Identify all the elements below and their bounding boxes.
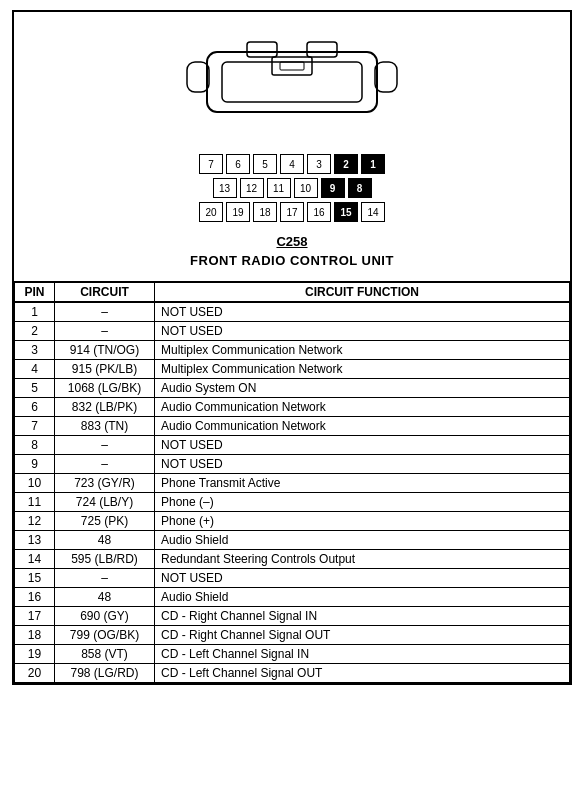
cell-pin: 19 (15, 645, 55, 664)
cell-circuit: – (55, 436, 155, 455)
cell-circuit: 914 (TN/OG) (55, 341, 155, 360)
cell-function: Audio Communication Network (155, 398, 570, 417)
table-row: 6832 (LB/PK)Audio Communication Network (15, 398, 570, 417)
pin-box-14: 14 (361, 202, 385, 222)
cell-circuit: – (55, 455, 155, 474)
table-row: 14595 (LB/RD)Redundant Steering Controls… (15, 550, 570, 569)
table-row: 1–NOT USED (15, 302, 570, 322)
cell-function: CD - Right Channel Signal IN (155, 607, 570, 626)
pin-rows-container: 7654321131211109820191817161514 (199, 154, 385, 222)
cell-circuit: 725 (PK) (55, 512, 155, 531)
cell-function: NOT USED (155, 322, 570, 341)
connector-name: C258 (276, 234, 307, 249)
pin-box-5: 5 (253, 154, 277, 174)
cell-circuit: 595 (LB/RD) (55, 550, 155, 569)
pin-box-8: 8 (348, 178, 372, 198)
svg-rect-0 (207, 52, 377, 112)
table-row: 17690 (GY)CD - Right Channel Signal IN (15, 607, 570, 626)
cell-function: CD - Right Channel Signal OUT (155, 626, 570, 645)
cell-pin: 17 (15, 607, 55, 626)
pin-row-row1: 7654321 (199, 154, 385, 174)
svg-rect-7 (375, 62, 397, 92)
table-row: 2–NOT USED (15, 322, 570, 341)
table-body: 1–NOT USED2–NOT USED3914 (TN/OG)Multiple… (15, 302, 570, 683)
cell-function: NOT USED (155, 569, 570, 588)
cell-function: Audio Communication Network (155, 417, 570, 436)
cell-pin: 6 (15, 398, 55, 417)
main-container: 7654321131211109820191817161514 C258 FRO… (12, 10, 572, 685)
pin-box-11: 11 (267, 178, 291, 198)
cell-circuit: 48 (55, 531, 155, 550)
cell-function: NOT USED (155, 436, 570, 455)
svg-rect-1 (222, 62, 362, 102)
cell-pin: 13 (15, 531, 55, 550)
cell-circuit: 799 (OG/BK) (55, 626, 155, 645)
cell-function: Audio System ON (155, 379, 570, 398)
svg-rect-4 (272, 57, 312, 75)
cell-pin: 1 (15, 302, 55, 322)
table-row: 15–NOT USED (15, 569, 570, 588)
table-row: 18799 (OG/BK)CD - Right Channel Signal O… (15, 626, 570, 645)
cell-circuit: 724 (LB/Y) (55, 493, 155, 512)
cell-pin: 12 (15, 512, 55, 531)
connector-graphic (177, 32, 407, 122)
cell-pin: 15 (15, 569, 55, 588)
cell-pin: 8 (15, 436, 55, 455)
connector-subtitle: FRONT RADIO CONTROL UNIT (190, 253, 394, 268)
cell-circuit: 1068 (LG/BK) (55, 379, 155, 398)
cell-function: CD - Left Channel Signal IN (155, 645, 570, 664)
pin-box-17: 17 (280, 202, 304, 222)
pin-box-15: 15 (334, 202, 358, 222)
pin-row-row3: 20191817161514 (199, 202, 385, 222)
col-header-pin: PIN (15, 282, 55, 302)
pin-box-18: 18 (253, 202, 277, 222)
table-row: 12725 (PK)Phone (+) (15, 512, 570, 531)
pin-table: PIN CIRCUIT CIRCUIT FUNCTION 1–NOT USED2… (14, 281, 570, 683)
cell-circuit: 690 (GY) (55, 607, 155, 626)
cell-pin: 5 (15, 379, 55, 398)
cell-pin: 18 (15, 626, 55, 645)
pin-box-9: 9 (321, 178, 345, 198)
table-row: 10723 (GY/R)Phone Transmit Active (15, 474, 570, 493)
cell-function: Phone Transmit Active (155, 474, 570, 493)
cell-circuit: 723 (GY/R) (55, 474, 155, 493)
table-row: 7883 (TN)Audio Communication Network (15, 417, 570, 436)
cell-pin: 16 (15, 588, 55, 607)
pin-box-1: 1 (361, 154, 385, 174)
pin-box-2: 2 (334, 154, 358, 174)
svg-rect-2 (247, 42, 277, 57)
cell-pin: 9 (15, 455, 55, 474)
table-row: 1648Audio Shield (15, 588, 570, 607)
cell-pin: 14 (15, 550, 55, 569)
pin-box-16: 16 (307, 202, 331, 222)
pin-box-7: 7 (199, 154, 223, 174)
pin-box-13: 13 (213, 178, 237, 198)
col-header-function: CIRCUIT FUNCTION (155, 282, 570, 302)
svg-rect-6 (187, 62, 209, 92)
cell-circuit: 798 (LG/RD) (55, 664, 155, 683)
pin-box-4: 4 (280, 154, 304, 174)
table-row: 8–NOT USED (15, 436, 570, 455)
table-row: 19858 (VT)CD - Left Channel Signal IN (15, 645, 570, 664)
cell-function: Audio Shield (155, 531, 570, 550)
pin-box-6: 6 (226, 154, 250, 174)
table-header-row: PIN CIRCUIT CIRCUIT FUNCTION (15, 282, 570, 302)
cell-function: CD - Left Channel Signal OUT (155, 664, 570, 683)
table-row: 51068 (LG/BK)Audio System ON (15, 379, 570, 398)
cell-circuit: 858 (VT) (55, 645, 155, 664)
table-row: 3914 (TN/OG)Multiplex Communication Netw… (15, 341, 570, 360)
cell-pin: 11 (15, 493, 55, 512)
table-row: 20798 (LG/RD)CD - Left Channel Signal OU… (15, 664, 570, 683)
cell-function: Phone (–) (155, 493, 570, 512)
svg-rect-5 (280, 62, 304, 70)
table-row: 1348Audio Shield (15, 531, 570, 550)
pin-row-row2: 1312111098 (213, 178, 372, 198)
table-row: 4915 (PK/LB)Multiplex Communication Netw… (15, 360, 570, 379)
cell-pin: 3 (15, 341, 55, 360)
pin-box-12: 12 (240, 178, 264, 198)
cell-function: NOT USED (155, 455, 570, 474)
cell-pin: 7 (15, 417, 55, 436)
cell-circuit: 915 (PK/LB) (55, 360, 155, 379)
cell-pin: 2 (15, 322, 55, 341)
connector-area: 7654321131211109820191817161514 C258 FRO… (14, 22, 570, 281)
